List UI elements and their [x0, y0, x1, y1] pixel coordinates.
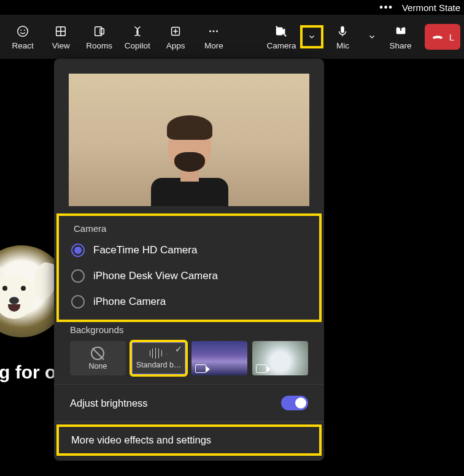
background-image-1[interactable] [191, 341, 247, 375]
apps-button[interactable]: Apps [157, 18, 195, 55]
chevron-down-icon [368, 33, 376, 41]
apps-label: Apps [166, 41, 185, 50]
copilot-button[interactable]: Copilot [118, 18, 157, 55]
camera-option-iphone[interactable]: iPhone Camera [58, 289, 320, 315]
radio-icon [71, 269, 85, 283]
svg-point-7 [209, 30, 211, 32]
blur-icon [150, 348, 168, 359]
smile-icon [15, 24, 30, 39]
rooms-icon [92, 24, 107, 39]
more-effects-label: More video effects and settings [71, 434, 211, 445]
camera-off-icon [274, 24, 288, 39]
brightness-label: Adjust brightness [70, 397, 148, 409]
leave-button[interactable]: L [425, 24, 460, 50]
camera-option-label: FaceTime HD Camera [93, 244, 197, 256]
more-icon [206, 24, 221, 39]
camera-option-iphone-desk[interactable]: iPhone Desk View Camera [58, 263, 320, 289]
svg-rect-11 [341, 26, 345, 33]
rooms-button[interactable]: Rooms [80, 18, 118, 55]
camera-preview [69, 74, 309, 206]
svg-point-8 [213, 30, 215, 32]
camera-options-chevron[interactable] [301, 26, 322, 47]
camera-label: Camera [266, 41, 296, 50]
brightness-toggle[interactable] [281, 396, 308, 410]
background-standard-blur[interactable]: ✓ Standard b… [131, 341, 187, 375]
waiting-text: g for ot [0, 362, 62, 383]
svg-point-2 [24, 29, 25, 31]
chevron-down-icon [307, 33, 316, 41]
copilot-icon [130, 24, 145, 39]
svg-point-1 [20, 29, 21, 31]
camera-option-facetime[interactable]: FaceTime HD Camera [58, 237, 320, 263]
mic-icon [335, 24, 350, 39]
svg-point-9 [216, 30, 218, 32]
mic-button[interactable]: Mic [322, 18, 363, 55]
none-icon [91, 347, 104, 360]
svg-point-0 [18, 26, 28, 36]
meeting-title: Vermont State [402, 2, 460, 13]
rooms-label: Rooms [86, 41, 112, 50]
react-button[interactable]: React [4, 18, 42, 55]
grid-icon [53, 24, 68, 39]
view-label: View [52, 41, 70, 50]
phone-down-icon [431, 30, 444, 44]
apps-icon [168, 24, 183, 39]
more-button[interactable]: More [195, 18, 233, 55]
radio-icon [71, 295, 85, 309]
bg-none-label: None [89, 362, 107, 370]
mic-label: Mic [336, 41, 349, 50]
radio-selected-icon [71, 244, 85, 257]
react-label: React [12, 41, 33, 50]
header-more-icon[interactable]: ••• [379, 2, 393, 13]
video-icon [195, 364, 206, 373]
background-none[interactable]: None [70, 341, 126, 375]
bg-blur-label: Standard b… [136, 361, 182, 369]
camera-option-label: iPhone Camera [93, 296, 166, 308]
camera-option-label: iPhone Desk View Camera [93, 270, 218, 282]
camera-options-panel: Camera FaceTime HD Camera iPhone Desk Vi… [54, 59, 324, 461]
camera-button[interactable]: Camera [261, 18, 301, 55]
more-label: More [204, 41, 223, 50]
leave-label: L [449, 32, 454, 42]
backgrounds-section-title: Backgrounds [70, 324, 308, 335]
share-icon [393, 24, 408, 39]
meeting-toolbar: React View Rooms Copilot Apps More [0, 15, 464, 59]
share-label: Share [390, 41, 412, 50]
copilot-label: Copilot [125, 41, 150, 50]
camera-section-title: Camera [58, 218, 320, 237]
share-button[interactable]: Share [381, 18, 419, 55]
check-icon: ✓ [175, 344, 182, 354]
more-video-effects-link[interactable]: More video effects and settings [58, 426, 320, 455]
video-icon [256, 364, 267, 373]
view-button[interactable]: View [42, 18, 80, 55]
mic-options-chevron[interactable] [363, 18, 381, 55]
background-image-2[interactable] [252, 341, 308, 375]
